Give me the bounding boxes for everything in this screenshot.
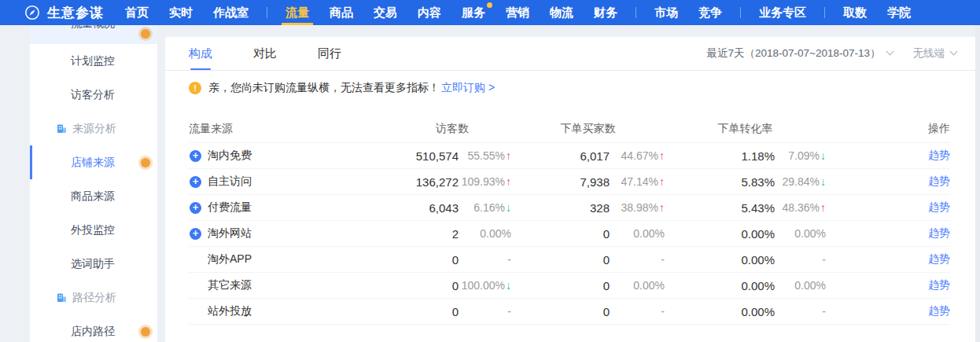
metric-change: 29.84%↓ — [775, 175, 826, 188]
table-row: 站外投放0-0-0.00%-趋势 — [189, 299, 950, 325]
chevron-down-icon — [950, 48, 958, 56]
metric-change: - — [459, 305, 511, 318]
sidebar-item-访客分析[interactable]: 访客分析 — [30, 78, 157, 112]
sidebar-item-流量概况[interactable]: 流量概况 — [30, 25, 157, 44]
notice-text: 亲，您尚未订购流量纵横，无法查看更多指标！ — [208, 81, 440, 95]
subscription-notice: ! 亲，您尚未订购流量纵横，无法查看更多指标！ 立即订购 > — [189, 81, 956, 95]
table-body: +淘内免费510,57455.55%↑6,01744.67%↑1.18%7.09… — [189, 143, 950, 325]
nav-item-物流[interactable]: 物流 — [540, 0, 584, 25]
source-name: 其它来源 — [208, 278, 252, 292]
sidebar-item-外投监控[interactable]: 外投监控 — [30, 213, 157, 247]
down-arrow-icon: ↓ — [506, 201, 511, 214]
nav-item-业务专区[interactable]: 业务专区 — [749, 0, 816, 25]
brand-name[interactable]: 生意参谋 — [47, 4, 104, 22]
sidebar-section-来源分析: 来源分析 — [30, 112, 157, 145]
building-icon — [57, 292, 67, 303]
new-badge-dot-icon — [141, 158, 150, 167]
warning-icon: ! — [189, 82, 201, 94]
traffic-source-table: 流量来源 访客数 下单买家数 下单转化率 操作 +淘内免费510,57455.5… — [189, 115, 950, 325]
nav-item-作战室[interactable]: 作战室 — [203, 0, 259, 25]
column-header-visitors: 访客数 — [393, 122, 511, 136]
trend-link[interactable]: 趋势 — [928, 175, 950, 187]
nav-item-流量[interactable]: 流量 — [275, 0, 319, 25]
compass-logo-icon[interactable] — [24, 4, 41, 21]
notification-dot-icon — [487, 2, 492, 8]
expand-icon[interactable]: + — [190, 202, 201, 214]
scrollbar[interactable] — [975, 25, 980, 342]
content-panel: 构成对比同行 最近7天（2018-07-07~2018-07-13） 无线端 !… — [165, 37, 980, 342]
nav-item-内容[interactable]: 内容 — [407, 0, 451, 25]
nav-item-交易[interactable]: 交易 — [363, 0, 407, 25]
metric-change: - — [610, 305, 665, 318]
nav-item-取数[interactable]: 取数 — [833, 0, 877, 25]
sidebar-item-选词助手[interactable]: 选词助手 — [30, 247, 157, 281]
nav-item-实时[interactable]: 实时 — [159, 0, 203, 25]
nav-item-营销[interactable]: 营销 — [496, 0, 540, 25]
metric-value: 0 — [393, 253, 459, 267]
terminal-selector[interactable]: 无线端 — [913, 46, 957, 61]
metric-value: 5.83% — [665, 175, 775, 189]
table-row: +付费流量6,0436.16%↓32838.98%↑5.43%48.36%↑趋势 — [189, 195, 950, 221]
nav-item-学院[interactable]: 学院 — [877, 0, 921, 25]
trend-link[interactable]: 趋势 — [928, 278, 950, 291]
date-range-selector[interactable]: 最近7天（2018-07-07~2018-07-13） — [706, 46, 892, 61]
metric-change: - — [775, 253, 826, 266]
metric-value: 2 — [393, 227, 459, 241]
trend-link[interactable]: 趋势 — [928, 304, 950, 317]
tab-构成[interactable]: 构成 — [189, 37, 212, 70]
metric-change: 0.00% — [459, 227, 511, 240]
nav-item-商品[interactable]: 商品 — [319, 0, 363, 25]
trend-link[interactable]: 趋势 — [928, 149, 950, 161]
metric-change: 0.00% — [610, 227, 665, 240]
sidebar-item-label: 商品来源 — [71, 189, 115, 202]
source-cell: 淘外APP — [189, 252, 393, 267]
subscribe-link[interactable]: 立即订购 > — [441, 81, 495, 95]
metric-value: 0.00% — [665, 305, 775, 318]
expand-icon[interactable]: + — [190, 150, 201, 162]
expand-icon[interactable]: + — [190, 228, 201, 240]
expand-icon[interactable]: + — [190, 176, 201, 188]
metric-change: 100.00%↓ — [459, 279, 511, 292]
up-arrow-icon: ↑ — [659, 149, 665, 162]
column-header-source: 流量来源 — [189, 122, 393, 136]
nav-item-首页[interactable]: 首页 — [115, 0, 159, 25]
tab-同行[interactable]: 同行 — [318, 37, 341, 70]
metric-value: 0.00% — [665, 227, 775, 241]
metric-value: 0 — [511, 279, 610, 292]
sidebar-item-label: 访客分析 — [71, 88, 115, 101]
sidebar: 流量概况计划监控访客分析来源分析店铺来源商品来源外投监控选词助手路径分析店内路径 — [30, 25, 157, 342]
sidebar-item-店内路径[interactable]: 店内路径 — [30, 314, 157, 342]
metric-value: 328 — [511, 201, 610, 215]
nav-item-财务[interactable]: 财务 — [584, 0, 628, 25]
building-icon — [57, 123, 67, 134]
new-badge-dot-icon — [141, 29, 150, 39]
tab-对比[interactable]: 对比 — [253, 37, 277, 70]
tabs: 构成对比同行 — [189, 37, 382, 70]
action-cell: 趋势 — [826, 304, 950, 318]
up-arrow-icon: ↑ — [506, 175, 511, 188]
sidebar-item-商品来源[interactable]: 商品来源 — [30, 179, 157, 213]
trend-link[interactable]: 趋势 — [928, 226, 950, 239]
nav-item-竞争[interactable]: 竞争 — [688, 0, 732, 25]
trend-link[interactable]: 趋势 — [928, 200, 950, 213]
metric-change: 109.93%↑ — [459, 175, 511, 188]
terminal-label: 无线端 — [913, 46, 945, 61]
nav-divider — [267, 7, 267, 18]
sidebar-item-店铺来源[interactable]: 店铺来源 — [30, 145, 157, 179]
source-cell: +淘外网站 — [189, 226, 393, 241]
down-arrow-icon: ↓ — [820, 149, 826, 162]
nav-item-服务[interactable]: 服务 — [451, 0, 496, 25]
source-name: 淘外APP — [208, 252, 252, 267]
sidebar-item-计划监控[interactable]: 计划监控 — [30, 44, 157, 78]
metric-value: 5.43% — [665, 201, 775, 215]
metric-value: 0 — [511, 227, 610, 241]
action-cell: 趋势 — [826, 226, 950, 241]
metric-value: 0 — [511, 253, 610, 267]
trend-link[interactable]: 趋势 — [928, 252, 950, 265]
down-arrow-icon: ↓ — [820, 175, 826, 188]
metric-change: 48.36%↑ — [775, 201, 826, 214]
top-nav: 生意参谋 首页实时作战室流量商品交易内容服务营销物流财务市场竞争业务专区取数学院 — [0, 0, 980, 25]
sidebar-item-label: 外投监控 — [71, 223, 115, 236]
nav-item-市场[interactable]: 市场 — [644, 0, 688, 25]
source-name: 站外投放 — [208, 304, 252, 318]
